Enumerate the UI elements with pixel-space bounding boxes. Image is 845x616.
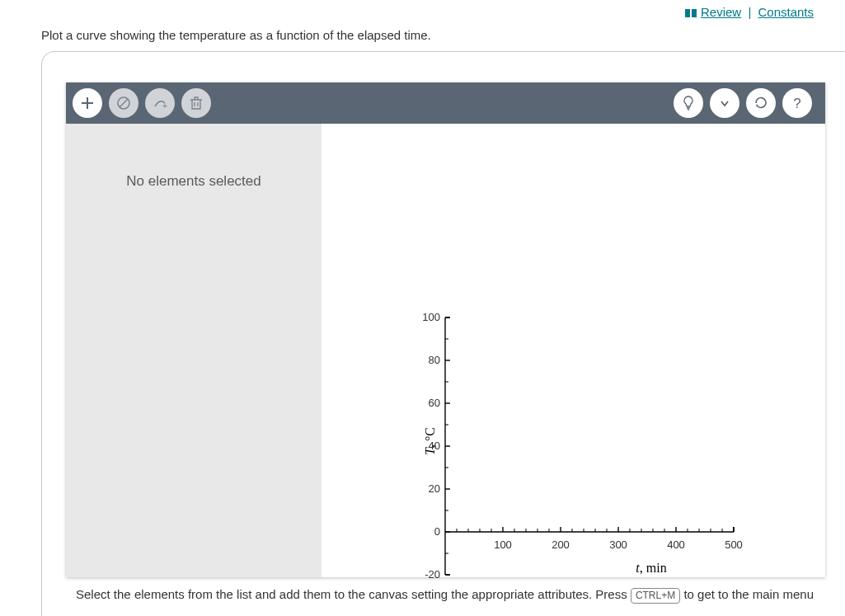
book-icon (684, 7, 697, 21)
footer-instruction: Select the elements from the list and ad… (76, 585, 818, 604)
link-separator: | (748, 5, 751, 19)
reset-button[interactable] (746, 88, 776, 118)
top-links: Review | Constants (684, 5, 814, 21)
y-tick-label: 100 (411, 311, 440, 323)
no-selection-button[interactable] (109, 88, 138, 118)
graph-canvas[interactable]: T, °C t, min -20020406080100100200300400… (322, 124, 825, 577)
no-selection-text: No elements selected (66, 173, 322, 190)
constants-link[interactable]: Constants (758, 5, 814, 19)
kbd-shortcut: CTRL+M (631, 588, 680, 604)
delete-button[interactable] (181, 88, 211, 118)
svg-text:+: + (162, 101, 167, 111)
y-tick-label: 40 (411, 440, 440, 452)
hint-button[interactable] (674, 88, 703, 118)
chart-axes (387, 219, 783, 598)
footer-text-1: Select the elements from the list and ad… (76, 587, 631, 601)
add-point-button[interactable]: + (145, 88, 175, 118)
x-tick-label: 100 (494, 538, 512, 551)
y-tick-label: 0 (411, 525, 440, 538)
x-tick-label: 200 (552, 538, 570, 551)
footer-text-2: to get to the main menu (683, 587, 814, 601)
toolbar: + ? (66, 82, 825, 124)
sidebar-panel: No elements selected (66, 124, 322, 577)
y-tick-label: -20 (411, 568, 440, 581)
question-text: Plot a curve showing the temperature as … (41, 28, 431, 42)
graph-workspace: + ? No elements selected T, °C (66, 82, 825, 577)
help-button[interactable]: ? (782, 88, 812, 118)
dropdown-button[interactable] (710, 88, 739, 118)
y-tick-label: 80 (411, 354, 440, 366)
x-tick-label: 500 (725, 538, 743, 551)
x-axis-label: t, min (636, 561, 666, 576)
x-tick-label: 400 (667, 538, 685, 551)
x-tick-label: 300 (609, 538, 627, 551)
workspace-body: No elements selected T, °C t, min -20020… (66, 124, 825, 577)
review-link[interactable]: Review (701, 5, 741, 19)
y-tick-label: 60 (411, 397, 440, 409)
svg-text:?: ? (793, 96, 800, 111)
chart: T, °C t, min -20020406080100100200300400… (387, 219, 783, 600)
svg-line-1 (120, 99, 128, 107)
add-element-button[interactable] (73, 88, 102, 118)
y-tick-label: 20 (411, 482, 440, 495)
